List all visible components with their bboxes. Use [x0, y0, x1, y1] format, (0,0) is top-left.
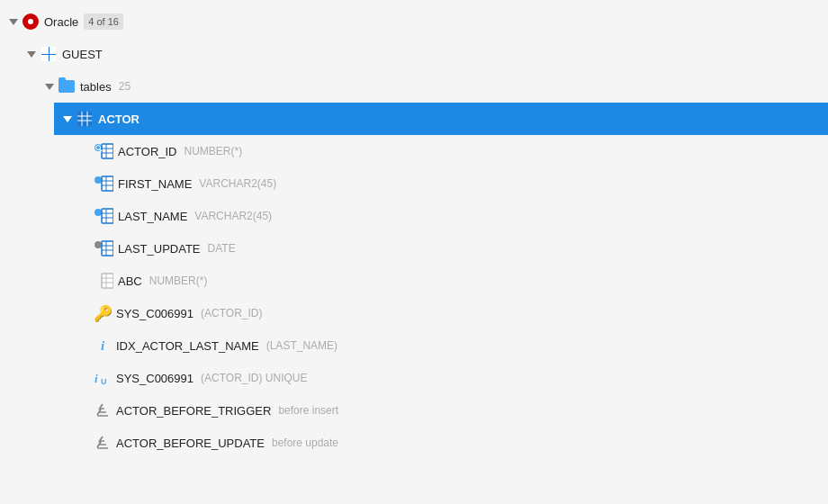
guest-node[interactable]: GUEST — [18, 38, 828, 70]
svg-rect-19 — [102, 209, 113, 223]
actor-id-type: NUMBER(*) — [184, 145, 243, 158]
unique-index-icon: i U — [94, 369, 112, 387]
oracle-node[interactable]: Oracle 4 of 16 — [0, 5, 828, 38]
guest-label: GUEST — [62, 48, 103, 61]
actor-id-spacer — [79, 145, 92, 158]
schema-icon — [40, 45, 58, 63]
svg-point-13 — [94, 176, 102, 184]
actor-id-label: ACTOR_ID — [118, 145, 177, 158]
key-icon: 🔑 — [94, 304, 112, 322]
trigger-update-label: ACTOR_BEFORE_UPDATE — [116, 436, 265, 450]
svg-point-23 — [94, 241, 102, 248]
index-icon: i — [94, 337, 112, 355]
last-update-label: LAST_UPDATE — [118, 242, 201, 256]
abc-type: NUMBER(*) — [149, 274, 208, 287]
column-last-name[interactable]: LAST_NAME VARCHAR2(45) — [72, 200, 828, 232]
trigger-update-icon — [94, 434, 112, 452]
svg-rect-7 — [102, 144, 113, 158]
svg-rect-1 — [77, 112, 92, 126]
tables-expand-arrow — [43, 80, 56, 93]
guest-expand-arrow — [25, 48, 38, 60]
col-icon-abc — [94, 273, 113, 289]
unique-index-detail: (ACTOR_ID) UNIQUE — [201, 372, 307, 384]
trigger-update-detail: before update — [272, 436, 338, 449]
column-last-update[interactable]: LAST_UPDATE DATE — [72, 232, 828, 265]
svg-rect-24 — [102, 241, 113, 256]
abc-label: ABC — [118, 274, 142, 288]
trigger-icon — [94, 401, 112, 419]
database-tree: Oracle 4 of 16 GUEST tables 25 — [0, 0, 828, 464]
trigger-actor-before-trigger[interactable]: ACTOR_BEFORE_TRIGGER before insert — [72, 394, 828, 427]
actor-node[interactable]: ACTOR — [54, 103, 828, 135]
col-icon-first-name — [94, 176, 113, 192]
column-first-name[interactable]: FIRST_NAME VARCHAR2(45) — [72, 167, 828, 200]
svg-text:U: U — [101, 377, 107, 386]
last-name-label: LAST_NAME — [118, 210, 187, 223]
index-idx-detail: (LAST_NAME) — [266, 339, 338, 352]
svg-rect-28 — [102, 274, 113, 288]
col-icon-last-name — [94, 208, 113, 224]
col-icon-last-update — [94, 240, 113, 256]
svg-point-18 — [94, 209, 102, 216]
first-name-type: VARCHAR2(45) — [199, 177, 276, 190]
oracle-icon — [22, 13, 40, 31]
oracle-expand-arrow — [7, 15, 20, 28]
folder-icon — [58, 77, 76, 95]
pk-column-icon — [94, 143, 113, 159]
trigger-actor-before-update[interactable]: ACTOR_BEFORE_UPDATE before update — [72, 427, 828, 459]
constraint-label: SYS_C006991 — [116, 307, 194, 320]
svg-rect-14 — [102, 176, 113, 191]
tables-count: 25 — [119, 80, 130, 93]
last-name-type: VARCHAR2(45) — [194, 210, 272, 222]
unique-index-label: SYS_C006991 — [116, 372, 194, 385]
index-idx-actor-last-name[interactable]: i IDX_ACTOR_LAST_NAME (LAST_NAME) — [72, 329, 828, 362]
last-update-type: DATE — [208, 242, 236, 255]
trigger-before-detail: before insert — [278, 404, 338, 417]
column-actor-id[interactable]: ACTOR_ID NUMBER(*) — [72, 135, 828, 167]
constraint-sys-c006991[interactable]: 🔑 SYS_C006991 (ACTOR_ID) — [72, 297, 828, 329]
trigger-before-label: ACTOR_BEFORE_TRIGGER — [116, 404, 271, 418]
actor-label: ACTOR — [98, 112, 140, 126]
index-idx-label: IDX_ACTOR_LAST_NAME — [116, 339, 259, 353]
tables-node[interactable]: tables 25 — [36, 70, 828, 103]
actor-expand-arrow — [61, 112, 74, 125]
tables-label: tables — [80, 80, 112, 94]
actor-table-icon — [76, 110, 94, 128]
first-name-label: FIRST_NAME — [118, 177, 192, 191]
column-abc[interactable]: ABC NUMBER(*) — [72, 265, 828, 297]
svg-text:i: i — [94, 372, 98, 385]
oracle-label: Oracle — [44, 15, 78, 29]
oracle-badge: 4 of 16 — [84, 14, 123, 30]
constraint-detail: (ACTOR_ID) — [201, 307, 262, 320]
index-sys-c006991-unique[interactable]: i U SYS_C006991 (ACTOR_ID) UNIQUE — [72, 362, 828, 394]
